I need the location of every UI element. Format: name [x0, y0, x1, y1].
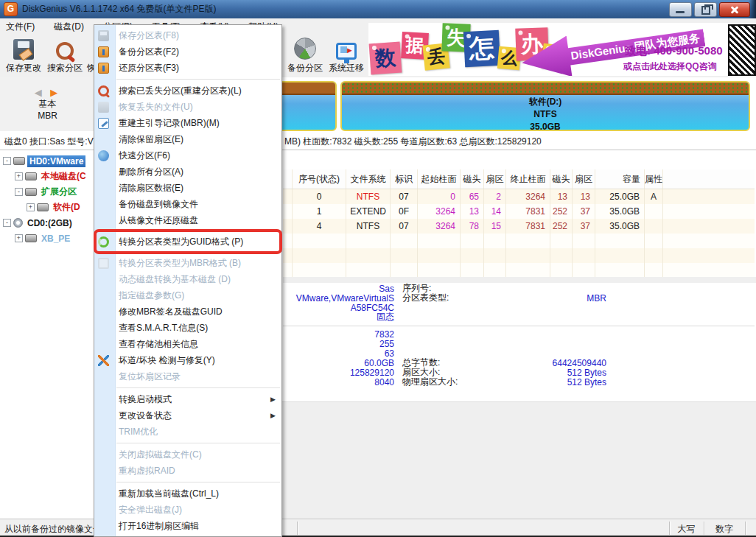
- menu-item[interactable]: 重建主引导记录(MBR)(M): [94, 115, 281, 131]
- details-value-right: MBR: [522, 293, 606, 303]
- app-logo-icon: G: [4, 2, 18, 16]
- table-row[interactable]: 4 NTFS 07 3264 78 15 7831 252 37 35.0GB: [283, 219, 755, 234]
- table-header-cell[interactable]: 磁头: [461, 169, 484, 189]
- table-row[interactable]: [283, 248, 755, 263]
- row-filler: [663, 248, 755, 263]
- menu-item[interactable]: 保存分区表(F8): [94, 27, 281, 43]
- save-changes-button[interactable]: 保存更改: [3, 36, 44, 74]
- menu-item[interactable]: 还原分区表(F3): [94, 60, 281, 76]
- menu-item[interactable]: 备份分区表(F2): [94, 43, 281, 60]
- menu-item[interactable]: 转换分区表类型为GUID格式 (P): [94, 234, 281, 250]
- menu-item[interactable]: 指定磁盘参数(G): [94, 287, 281, 303]
- ad-qq-link[interactable]: 或点击此处选择QQ咨询: [623, 60, 717, 73]
- tree-item[interactable]: - HD0:VMware: [0, 153, 94, 169]
- table-header-cell[interactable]: 磁头: [550, 169, 573, 189]
- tree-expander-icon[interactable]: +: [27, 203, 35, 211]
- search-partition-button[interactable]: 搜索分区: [44, 36, 85, 74]
- cell-end-cylinder: 7831: [506, 219, 550, 234]
- menu-item[interactable]: [116, 79, 280, 80]
- menu-item[interactable]: 搜索已丢失分区(重建分区表)(L): [94, 83, 281, 99]
- backup-pie-icon: [294, 38, 316, 60]
- table-header-cell[interactable]: 起始柱面: [418, 169, 461, 189]
- prev-disk-arrow-icon[interactable]: ◀: [35, 87, 45, 98]
- menu-item[interactable]: 重新加载当前磁盘(Ctrl_L): [94, 485, 281, 502]
- cell-index: 4: [293, 219, 346, 234]
- menu-item[interactable]: 动态磁盘转换为基本磁盘 (D): [94, 271, 281, 287]
- menu-item[interactable]: [116, 387, 280, 388]
- tree-expander-icon[interactable]: -: [3, 157, 11, 165]
- cell-start-head: 65: [461, 189, 484, 204]
- tree-item-label: 软件(D: [51, 200, 83, 214]
- status-divider: [297, 522, 298, 535]
- details-value-left: Sas: [283, 284, 394, 294]
- diskgenius-window: G DiskGenius V6.1.1.1742 x64 免费版(单文件PE版)…: [0, 0, 756, 537]
- tree-item[interactable]: - 扩展分区: [0, 184, 94, 200]
- menu-item[interactable]: [116, 482, 280, 482]
- cell-capacity: 35.0GB: [595, 204, 645, 219]
- menu-item[interactable]: 从镜像文件还原磁盘: [94, 212, 281, 228]
- system-migration-button[interactable]: 系统迁移: [326, 36, 367, 74]
- tree-item[interactable]: + 本地磁盘(C: [0, 169, 94, 184]
- menu-item[interactable]: 修改MBR签名及磁盘GUID: [94, 303, 281, 320]
- menu-item-icon: [98, 46, 109, 57]
- tree-expander-icon[interactable]: +: [15, 234, 23, 242]
- restore-button[interactable]: [694, 2, 717, 17]
- cell-start-cylinder: 0: [418, 189, 461, 204]
- toolbar-label: 系统迁移: [329, 62, 364, 74]
- menu-item[interactable]: 坏道/坏块 检测与修复(Y): [94, 352, 281, 368]
- partition-fs: NTFS: [342, 108, 749, 120]
- menu-item[interactable]: 恢复丢失的文件(U): [94, 99, 281, 115]
- menubar-item[interactable]: 文件(F): [6, 21, 35, 33]
- menu-item[interactable]: 转换启动模式 ▶: [94, 391, 281, 407]
- toolbar-label: 搜索分区: [47, 62, 83, 74]
- menu-item[interactable]: 转换分区表类型为MBR格式 (B): [94, 255, 281, 271]
- table-header-cell[interactable]: 序号(状态): [293, 169, 346, 189]
- menu-item-label: 关闭虚拟磁盘文件(C): [119, 449, 202, 461]
- details-value-left: 固态: [283, 311, 394, 323]
- backup-partition-button[interactable]: 备份分区: [284, 36, 326, 74]
- menu-item[interactable]: 复位坏扇区记录: [94, 368, 281, 385]
- menu-item[interactable]: TRIM优化: [94, 424, 281, 440]
- minimize-button[interactable]: [669, 2, 692, 17]
- menu-item[interactable]: 删除所有分区(A): [94, 164, 281, 180]
- menu-item-label: 备份分区表(F2): [119, 46, 179, 58]
- cell-index: [293, 263, 346, 278]
- menu-item[interactable]: 安全弹出磁盘(J): [94, 502, 281, 518]
- menu-item[interactable]: 关闭虚拟磁盘文件(C): [94, 446, 281, 463]
- menu-item[interactable]: 清除保留扇区(E): [94, 131, 281, 147]
- table-header-cell[interactable]: 扇区: [573, 169, 595, 189]
- tree-expander-icon[interactable]: -: [3, 219, 11, 227]
- partition-block-d[interactable]: 软件(D:) NTFS 35.0GB: [340, 81, 750, 131]
- menu-item[interactable]: 打开16进制扇区编辑: [94, 518, 281, 534]
- table-header-cell[interactable]: 容量: [595, 169, 645, 189]
- table-header-cell[interactable]: 标识: [391, 169, 418, 189]
- table-header-cell[interactable]: 属性: [645, 169, 663, 189]
- table-row[interactable]: 1 EXTEND 0F 3264 13 14 7831 252 37 35.0G…: [283, 204, 755, 219]
- tree-expander-icon[interactable]: +: [15, 172, 23, 180]
- table-row[interactable]: [283, 263, 755, 278]
- ad-phone-text[interactable]: 致电: 400-900-5080: [625, 44, 723, 58]
- disk-info-left: 磁盘0 接口:Sas 型号:V: [4, 136, 94, 148]
- table-row[interactable]: 0 NTFS 07 0 65 2 3264 13 13 25.0GB A: [283, 189, 755, 204]
- menu-item[interactable]: [116, 443, 280, 443]
- cell-end-head: [550, 234, 573, 248]
- table-header-cell[interactable]: 文件系统: [346, 169, 391, 189]
- menu-item[interactable]: 清除扇区数据(E): [94, 180, 281, 196]
- menu-item[interactable]: 查看S.M.A.R.T.信息(S): [94, 320, 281, 336]
- menu-item[interactable]: 快速分区(F6): [94, 147, 281, 164]
- menubar-item[interactable]: 磁盘(D): [54, 21, 84, 33]
- tree-item[interactable]: + 软件(D: [0, 200, 94, 215]
- table-header-cell[interactable]: 终止柱面: [506, 169, 550, 189]
- tree-item[interactable]: + XB_PE: [0, 231, 94, 246]
- close-button[interactable]: [719, 2, 750, 17]
- menu-item[interactable]: 查看存储池相关信息: [94, 336, 281, 352]
- menu-item[interactable]: 更改设备状态 ▶: [94, 407, 281, 424]
- tree-item[interactable]: - CD0:(2GB): [0, 215, 94, 231]
- menu-item[interactable]: 备份磁盘到镜像文件: [94, 196, 281, 212]
- table-header-cell[interactable]: 扇区: [484, 169, 506, 189]
- tree-expander-icon[interactable]: -: [15, 188, 23, 196]
- next-disk-arrow-icon[interactable]: ▶: [50, 87, 60, 98]
- save-icon: [13, 39, 34, 60]
- menu-item[interactable]: 重构虚拟RAID: [94, 463, 281, 479]
- table-row[interactable]: [283, 234, 755, 248]
